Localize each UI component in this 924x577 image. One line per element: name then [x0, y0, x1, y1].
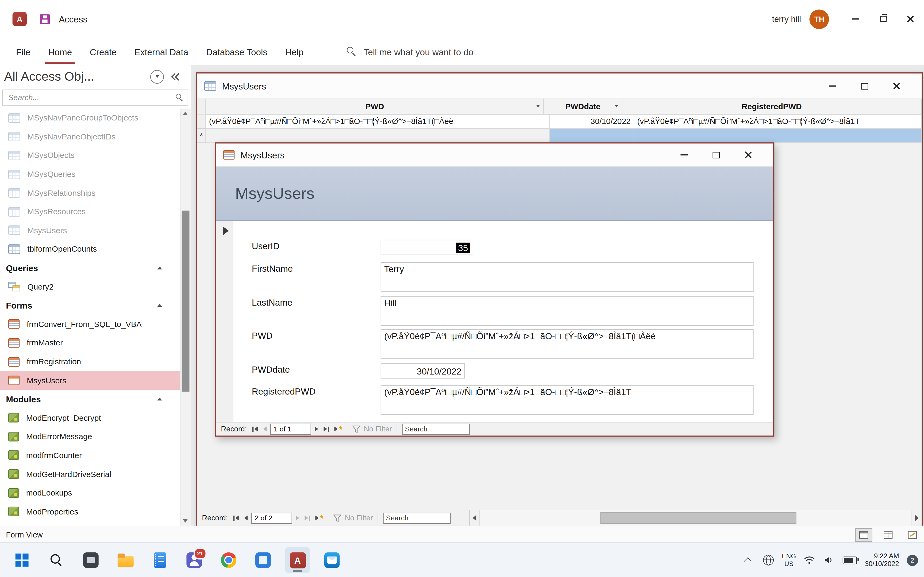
scrollbar-thumb[interactable]: [601, 512, 796, 524]
nav-item-modencrypt-decrypt[interactable]: ModEncrypt_Decrypt: [0, 408, 180, 427]
window-maximize-button[interactable]: [703, 144, 729, 166]
nav-item-msysqueries[interactable]: MSysQueries: [0, 165, 180, 184]
window-close-button[interactable]: [884, 73, 910, 98]
cell-pwddate[interactable]: 30/10/2022: [550, 114, 634, 129]
nav-item-msysnavpaneobjectids[interactable]: MSysNavPaneObjectIDs: [0, 127, 180, 146]
registeredpwd-field[interactable]: (vP.åŸ0è¢P¯Aºi□µ#/Ñ□Õi”Mˆ+»žÁ□>1□ãO-□□¦Ý…: [381, 385, 754, 414]
scrollbar-track[interactable]: [479, 510, 912, 526]
nav-item-modproperties[interactable]: ModProperties: [0, 502, 180, 521]
nav-item-msysusers-form-selected[interactable]: MsysUsers: [0, 371, 180, 390]
search-icon[interactable]: [176, 94, 183, 102]
lastname-field[interactable]: Hill: [381, 296, 754, 326]
column-header-pwddate[interactable]: PWDdate: [544, 99, 622, 114]
battery-button[interactable]: [843, 548, 857, 572]
firstname-field[interactable]: Terry: [381, 262, 754, 292]
ribbon-tab-home[interactable]: Home: [39, 39, 81, 64]
tray-expand-button[interactable]: [743, 548, 754, 572]
cell-pwd[interactable]: (vP.åŸ0è¢P¯Aºi□µ#/Ñ□Õi”Mˆ+»žÁ□>1□ãO-□□¦Ý…: [206, 114, 550, 129]
nav-menu-dropdown-icon[interactable]: [150, 70, 164, 83]
ribbon-tab-external-data[interactable]: External Data: [125, 39, 197, 64]
ribbon-tab-database-tools[interactable]: Database Tools: [197, 39, 276, 64]
notification-count-badge[interactable]: 2: [907, 554, 918, 566]
app-minimize-button[interactable]: [842, 0, 869, 38]
taskbar-clock[interactable]: 9:22 AM 30/10/2022: [865, 552, 899, 568]
record-position-box[interactable]: 1 of 1: [270, 424, 311, 435]
next-record-button[interactable]: [313, 422, 320, 435]
cell-registeredpwd[interactable]: (vP.åŸ0è¢P¯Aºi□µ#/Ñ□Õi”Mˆ+»žÁ□>1□ãO-□□¦Ý…: [634, 114, 922, 129]
window-maximize-button[interactable]: [851, 73, 878, 98]
scroll-right-icon[interactable]: [915, 515, 919, 521]
user-avatar[interactable]: TH: [809, 9, 829, 29]
record-selector-bar[interactable]: [216, 221, 233, 422]
user-name[interactable]: terry hill: [772, 14, 801, 24]
notebook-app-button[interactable]: [147, 547, 172, 573]
window-minimize-button[interactable]: [819, 73, 846, 98]
first-record-button[interactable]: [231, 510, 241, 526]
nav-item-msysrelationships[interactable]: MSysRelationships: [0, 184, 180, 202]
record-search-input[interactable]: [383, 513, 451, 524]
nav-search-input[interactable]: [7, 92, 176, 103]
task-view-button[interactable]: [78, 547, 103, 573]
pwddate-field[interactable]: 30/10/2022: [381, 363, 465, 379]
column-header-registeredpwd[interactable]: RegisteredPWD: [622, 99, 922, 114]
nav-item-tblformopencounts[interactable]: tblformOpenCounts: [0, 240, 180, 259]
new-record-button[interactable]: *: [332, 422, 344, 435]
cell-pwd-new[interactable]: [206, 129, 550, 143]
access-taskbar-button[interactable]: A: [285, 547, 310, 573]
nav-search-box[interactable]: [2, 89, 188, 105]
window-minimize-button[interactable]: [671, 144, 697, 166]
nav-item-frmregistration[interactable]: frmRegistration: [0, 352, 180, 371]
no-filter-label[interactable]: No Filter: [364, 425, 392, 433]
nav-item-query2[interactable]: Query2: [0, 277, 180, 296]
language-indicator[interactable]: ENG US: [782, 553, 796, 568]
nav-section-modules[interactable]: Modules: [0, 390, 180, 408]
nav-item-modfrmcounter[interactable]: modfrmCounter: [0, 446, 180, 465]
nav-item-msysusers-table[interactable]: MsysUsers: [0, 221, 180, 240]
file-explorer-button[interactable]: [113, 547, 138, 573]
horizontal-scrollbar[interactable]: [469, 510, 922, 526]
first-record-button[interactable]: [250, 422, 259, 435]
wifi-button[interactable]: [804, 548, 816, 572]
datasheet-row-1[interactable]: (vP.åŸ0è¢P¯Aºi□µ#/Ñ□Õi”Mˆ+»žÁ□>1□ãO-□□¦Ý…: [197, 114, 922, 129]
pwd-field[interactable]: (vP.åŸ0è¢P¯Aºi□µ#/Ñ□Õi”Mˆ+»žÁ□>1□ãO-□□¦Ý…: [381, 329, 754, 359]
nav-section-queries[interactable]: Queries: [0, 259, 180, 277]
datasheet-window-titlebar[interactable]: MsysUsers: [197, 73, 922, 99]
blue-app-button[interactable]: [250, 547, 275, 573]
nav-item-moderrormessage[interactable]: ModErrorMessage: [0, 427, 180, 446]
ribbon-tab-create[interactable]: Create: [81, 39, 125, 64]
nav-item-msysresources[interactable]: MSysResources: [0, 202, 180, 221]
new-record-selector[interactable]: *: [197, 129, 206, 143]
scroll-down-icon[interactable]: [183, 519, 188, 522]
next-record-button[interactable]: [294, 510, 301, 526]
userid-field[interactable]: 35: [381, 240, 473, 255]
last-record-button[interactable]: [303, 510, 312, 526]
last-record-button[interactable]: [321, 422, 330, 435]
app-close-button[interactable]: [897, 0, 924, 38]
record-search-input[interactable]: [402, 424, 470, 435]
nav-item-msysobjects[interactable]: MSysObjects: [0, 146, 180, 165]
ribbon-tab-help[interactable]: Help: [276, 39, 312, 64]
previous-record-button[interactable]: [261, 422, 268, 435]
window-close-button[interactable]: [735, 144, 761, 166]
form-view-button[interactable]: [856, 529, 872, 541]
scrollbar-thumb[interactable]: [182, 211, 189, 392]
scroll-up-icon[interactable]: [183, 112, 188, 115]
column-header-pwd[interactable]: PWD: [206, 99, 544, 114]
network-button[interactable]: [762, 548, 774, 572]
new-record-button[interactable]: *: [313, 510, 325, 526]
start-button[interactable]: [10, 547, 34, 573]
datasheet-view-button[interactable]: [880, 529, 896, 541]
ribbon-tab-file[interactable]: File: [7, 39, 39, 64]
record-selector-header[interactable]: [197, 99, 206, 114]
no-filter-label[interactable]: No Filter: [345, 514, 373, 522]
design-view-button[interactable]: [905, 529, 921, 541]
nav-pane-title[interactable]: All Access Obj...: [4, 69, 150, 84]
nav-item-msysnavpanegrouptoobjects[interactable]: MSysNavPaneGroupToObjects: [0, 108, 180, 127]
nav-item-frmconvert-from-sql-to-vba[interactable]: frmConvert_From_SQL_to_VBA: [0, 315, 180, 334]
tell-me-search[interactable]: Tell me what you want to do: [347, 47, 473, 56]
column-dropdown-icon[interactable]: [536, 105, 540, 107]
volume-button[interactable]: [823, 548, 835, 572]
nav-scrollbar[interactable]: [180, 108, 191, 525]
nav-item-modgetharddriveserial[interactable]: ModGetHardDriveSerial: [0, 465, 180, 484]
teams-button[interactable]: 21: [182, 547, 207, 573]
